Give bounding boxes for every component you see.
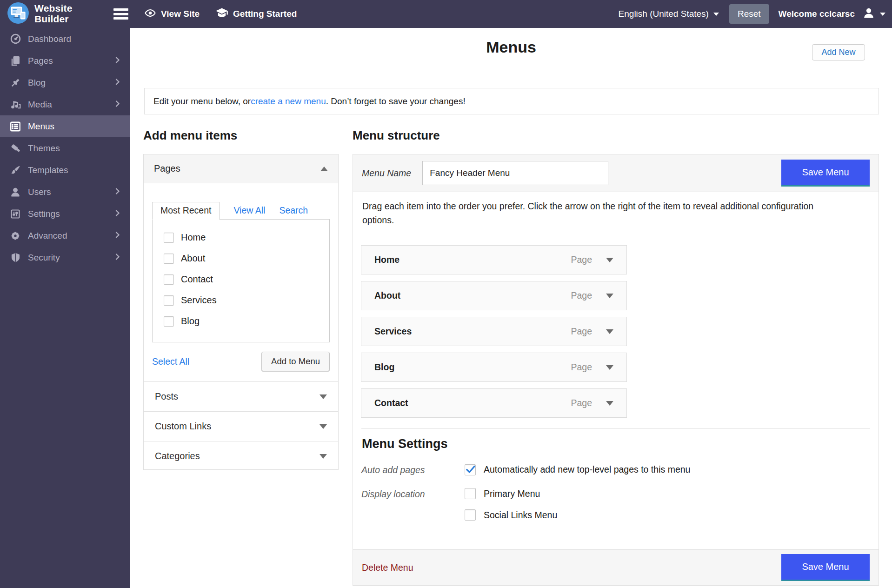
pages-tabs: Most Recent View All Search — [152, 202, 330, 219]
menu-item-home[interactable]: Home Page — [361, 245, 627, 274]
notice-bar: Edit your menu below, or create a new me… — [144, 88, 879, 114]
add-to-menu-button[interactable]: Add to Menu — [261, 352, 330, 371]
menu-item-blog[interactable]: Blog Page — [361, 353, 627, 382]
shield-icon — [9, 252, 21, 264]
categories-accordion-header[interactable]: Categories — [144, 441, 338, 471]
menu-name-label: Menu Name — [362, 168, 411, 179]
chevron-down-icon[interactable] — [606, 365, 613, 370]
save-menu-button-top[interactable]: Save Menu — [781, 160, 870, 187]
chevron-right-icon — [115, 100, 120, 109]
notice-text-pre: Edit your menu below, or — [153, 96, 251, 107]
language-selector[interactable]: English (United States) — [619, 9, 719, 19]
menu-settings-heading: Menu Settings — [362, 437, 870, 451]
sidebar-item-pages[interactable]: Pages — [0, 50, 130, 72]
list-item: Home — [153, 227, 329, 248]
chevron-down-icon[interactable] — [606, 401, 613, 406]
menu-item-about[interactable]: About Page — [361, 281, 627, 310]
sidebar-item-advanced[interactable]: Advanced — [0, 225, 130, 247]
menu-item-services[interactable]: Services Page — [361, 317, 627, 346]
chevron-down-icon — [713, 13, 719, 16]
tab-search[interactable]: Search — [279, 205, 308, 216]
gauge-icon — [9, 33, 21, 45]
chevron-down-icon — [320, 454, 327, 459]
getting-started-button[interactable]: Getting Started — [215, 7, 297, 22]
hamburger-menu-icon[interactable] — [113, 8, 128, 20]
checkbox-home[interactable] — [164, 233, 174, 243]
checkbox-primary-menu[interactable] — [465, 488, 476, 499]
pages-list-actions: Select All Add to Menu — [152, 352, 330, 371]
create-new-menu-link[interactable]: create a new menu — [251, 96, 326, 107]
menu-structure-panel: Menu Name Save Menu Drag each item into … — [353, 154, 879, 586]
sidebar-item-users[interactable]: Users — [0, 181, 130, 203]
sidebar-item-dashboard[interactable]: Dashboard — [0, 28, 130, 50]
pages-accordion-body: Most Recent View All Search Home About C… — [144, 183, 338, 381]
menu-structure-description: Drag each item into the order you prefer… — [362, 199, 832, 227]
add-menu-items-heading: Add menu items — [143, 128, 237, 143]
list-item: Services — [153, 290, 329, 311]
menu-structure-footer: Delete Menu Save Menu — [353, 549, 879, 585]
select-all-link[interactable]: Select All — [152, 356, 189, 367]
list-item: Blog — [153, 311, 329, 332]
checkbox-services[interactable] — [164, 295, 174, 306]
chevron-down-icon[interactable] — [606, 258, 613, 262]
sidebar-item-templates[interactable]: Templates — [0, 159, 130, 181]
chevron-down-icon — [320, 394, 327, 399]
sidebar-nav: Dashboard Pages Blog Media Menus Themes … — [0, 28, 130, 588]
tab-view-all[interactable]: View All — [233, 205, 265, 216]
menu-name-bar: Menu Name Save Menu — [353, 154, 879, 192]
chevron-down-icon[interactable] — [606, 294, 613, 298]
pages-checklist: Home About Contact Services Blog — [152, 219, 330, 342]
chevron-down-icon[interactable] — [606, 329, 613, 334]
sliders-icon — [9, 208, 21, 220]
social-links-menu-option: Social Links Menu — [465, 509, 557, 521]
user-icon — [9, 186, 21, 198]
notice-text-post: . Don’t forget to save your changes! — [326, 96, 466, 107]
pages-accordion-header[interactable]: Pages — [144, 154, 338, 183]
checkbox-blog[interactable] — [164, 316, 174, 327]
sidebar-item-blog[interactable]: Blog — [0, 72, 130, 94]
checkbox-contact[interactable] — [164, 274, 174, 285]
save-menu-button-bottom[interactable]: Save Menu — [781, 554, 870, 581]
graduation-cap-icon — [215, 7, 228, 22]
checkbox-about[interactable] — [164, 254, 174, 264]
display-location-label: Display location — [361, 488, 465, 521]
user-menu[interactable] — [862, 7, 885, 21]
menu-item-contact[interactable]: Contact Page — [361, 388, 627, 418]
checkmark-icon — [465, 463, 477, 477]
display-location-row: Display location Primary Menu Social Lin… — [361, 488, 870, 521]
checkbox-auto-add-pages[interactable] — [465, 464, 476, 475]
sidebar-item-themes[interactable]: Themes — [0, 137, 130, 159]
reset-button[interactable]: Reset — [729, 4, 769, 24]
top-bar: Website Builder View Site Getting Starte… — [0, 0, 892, 28]
page-title: Menus — [130, 38, 892, 56]
pages-icon — [9, 55, 21, 67]
view-site-button[interactable]: View Site — [144, 7, 200, 21]
app-title: Website Builder — [34, 3, 73, 24]
welcome-text: Welcome cclcarsc — [779, 9, 855, 19]
sidebar-item-settings[interactable]: Settings — [0, 203, 130, 225]
chevron-right-icon — [115, 231, 120, 241]
chevron-right-icon — [115, 209, 120, 219]
sidebar-item-menus[interactable]: Menus — [0, 115, 130, 137]
auto-add-option: Automatically add new top-level pages to… — [465, 464, 690, 475]
delete-menu-link[interactable]: Delete Menu — [362, 562, 413, 573]
pages-accordion-title: Pages — [154, 163, 180, 174]
checkbox-social-links-menu[interactable] — [465, 509, 476, 521]
posts-accordion-header[interactable]: Posts — [144, 381, 338, 411]
add-new-button[interactable]: Add New — [812, 44, 865, 60]
view-site-label: View Site — [161, 9, 200, 19]
website-builder-logo-icon — [7, 1, 30, 27]
custom-links-accordion-header[interactable]: Custom Links — [144, 411, 338, 441]
menu-structure-heading: Menu structure — [353, 128, 440, 143]
list-item: About — [153, 248, 329, 269]
getting-started-label: Getting Started — [233, 9, 297, 19]
sidebar-item-security[interactable]: Security — [0, 247, 130, 268]
paintbrush-icon — [9, 164, 21, 176]
auto-add-pages-label: Auto add pages — [361, 464, 465, 475]
tab-most-recent[interactable]: Most Recent — [152, 202, 220, 220]
menu-settings-section: Menu Settings Auto add pages Automatical… — [361, 428, 870, 521]
chevron-down-icon — [880, 13, 885, 16]
chevron-down-icon — [320, 424, 327, 429]
menu-name-input[interactable] — [422, 161, 608, 185]
sidebar-item-media[interactable]: Media — [0, 94, 130, 115]
